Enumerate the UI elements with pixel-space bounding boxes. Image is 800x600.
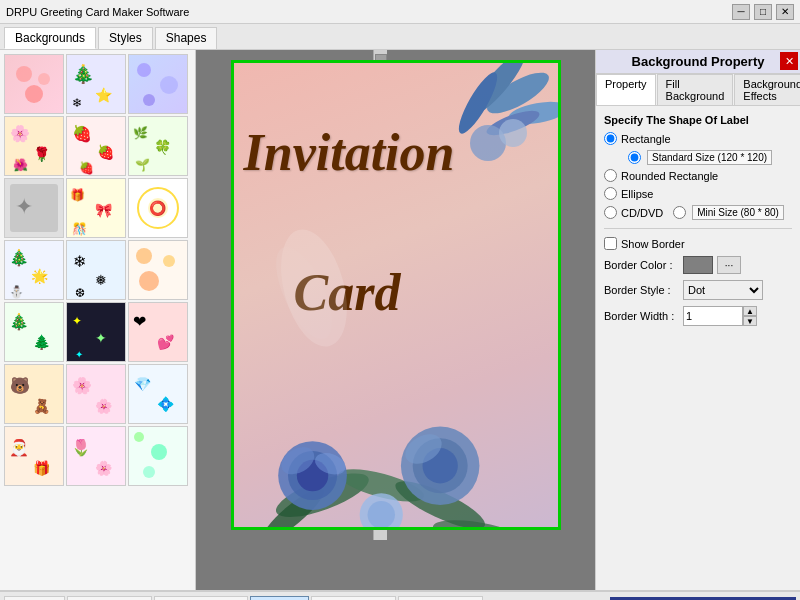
- thumb-14[interactable]: ✦✦✦: [66, 302, 126, 362]
- size-standard-row[interactable]: Standard Size (120 * 120): [628, 150, 792, 165]
- tab-backgrounds[interactable]: Backgrounds: [4, 27, 96, 49]
- thumb-6[interactable]: 🌿🍀🌱: [128, 116, 188, 176]
- titlebar-controls[interactable]: ─ □ ✕: [732, 4, 794, 20]
- tab-front[interactable]: 📄 Front: [4, 596, 65, 600]
- svg-text:🎅: 🎅: [9, 438, 29, 457]
- thumb-8[interactable]: 🎁🎀🎊: [66, 178, 126, 238]
- border-width-input[interactable]: [683, 306, 743, 326]
- svg-point-2: [25, 85, 43, 103]
- show-border-label: Show Border: [621, 238, 685, 250]
- svg-text:✦: ✦: [95, 330, 107, 346]
- svg-text:⭕: ⭕: [149, 200, 167, 217]
- radio-rounded-rect-input[interactable]: [604, 169, 617, 182]
- border-color-picker-button[interactable]: ···: [717, 256, 741, 274]
- radio-ellipse-input[interactable]: [604, 187, 617, 200]
- tab-templates[interactable]: 📋 Templates: [398, 596, 483, 600]
- show-border-checkbox[interactable]: [604, 237, 617, 250]
- thumb-15[interactable]: ❤💕: [128, 302, 188, 362]
- mini-size-row[interactable]: Mini Size (80 * 80): [673, 205, 784, 220]
- tab-properties[interactable]: ⚙ Properties: [311, 596, 396, 600]
- svg-point-33: [163, 255, 175, 267]
- thumb-17[interactable]: 🌸🌸: [66, 364, 126, 424]
- radio-rounded-rect[interactable]: Rounded Rectangle: [604, 169, 792, 182]
- svg-point-34: [139, 271, 159, 291]
- radio-rectangle-label: Rectangle: [621, 133, 671, 145]
- show-border-row[interactable]: Show Border: [604, 237, 792, 250]
- radio-cddvd-input[interactable]: [604, 206, 617, 219]
- right-panel: Background Property ✕ Property Fill Back…: [595, 50, 800, 590]
- svg-text:🎁: 🎁: [33, 460, 51, 477]
- thumb-18[interactable]: 💎💠: [128, 364, 188, 424]
- spin-down-button[interactable]: ▼: [743, 316, 757, 326]
- svg-text:🌹: 🌹: [33, 146, 51, 163]
- tab-property[interactable]: Property: [596, 74, 656, 105]
- border-color-swatch[interactable]: [683, 256, 713, 274]
- svg-text:🎁: 🎁: [70, 187, 85, 202]
- border-color-row: Border Color : ···: [604, 256, 792, 274]
- svg-text:❆: ❆: [75, 286, 85, 299]
- svg-text:🌟: 🌟: [31, 268, 49, 285]
- greeting-card[interactable]: Invitation Card: [231, 60, 561, 530]
- radio-mini-size[interactable]: [673, 206, 686, 219]
- tab-shapes[interactable]: Shapes: [155, 27, 218, 49]
- border-width-spinbox[interactable]: ▲ ▼: [683, 306, 757, 326]
- border-style-row: Border Style : Solid Dot Dash DashDot: [604, 280, 792, 300]
- radio-rectangle[interactable]: Rectangle: [604, 132, 792, 145]
- thumb-21[interactable]: [128, 426, 188, 486]
- tab-styles[interactable]: Styles: [98, 27, 153, 49]
- left-panel: 🎄⭐❄ 🌸🌹🌺 🍓🍓🍓 🌿🍀🌱 ✦ 🎁🎀🎊: [0, 50, 196, 590]
- right-panel-header-row: Background Property ✕: [596, 50, 800, 74]
- cddvd-mini-row: CD/DVD Mini Size (80 * 80): [604, 205, 792, 220]
- spin-up-button[interactable]: ▲: [743, 306, 757, 316]
- svg-text:🎀: 🎀: [95, 202, 113, 219]
- thumb-3[interactable]: [128, 54, 188, 114]
- border-style-select[interactable]: Solid Dot Dash DashDot: [683, 280, 763, 300]
- svg-point-53: [151, 444, 167, 460]
- mini-size-label: Mini Size (80 * 80): [692, 205, 784, 220]
- close-button[interactable]: ✕: [776, 4, 794, 20]
- thumb-16[interactable]: 🐻🧸: [4, 364, 64, 424]
- svg-point-8: [143, 94, 155, 106]
- thumbnail-grid: 🎄⭐❄ 🌸🌹🌺 🍓🍓🍓 🌿🍀🌱 ✦ 🎁🎀🎊: [0, 50, 195, 490]
- radio-standard-size[interactable]: [628, 151, 641, 164]
- svg-text:❤: ❤: [133, 313, 146, 330]
- tab-fill-background[interactable]: Fill Background: [657, 74, 734, 105]
- titlebar: DRPU Greeting Card Maker Software ─ □ ✕: [0, 0, 800, 24]
- svg-text:🌿: 🌿: [133, 125, 148, 140]
- panel-close-button[interactable]: ✕: [780, 52, 798, 70]
- tab-back[interactable]: 📄 Back: [250, 596, 309, 600]
- tab-inside-left[interactable]: 📄 Inside Left: [67, 596, 153, 600]
- minimize-button[interactable]: ─: [732, 4, 750, 20]
- svg-text:⭐: ⭐: [95, 87, 113, 104]
- thumb-1[interactable]: [4, 54, 64, 114]
- feather-decoration: [254, 213, 374, 363]
- custom-barcode-label: CustomBarcodeLabels.org: [610, 597, 796, 601]
- svg-text:🎄: 🎄: [9, 312, 29, 331]
- tab-inside-right[interactable]: 📄 Inside Right: [154, 596, 247, 600]
- thumb-7[interactable]: ✦: [4, 178, 64, 238]
- divider-1: [604, 228, 792, 229]
- thumb-20[interactable]: 🌷🌸: [66, 426, 126, 486]
- svg-text:💠: 💠: [157, 396, 175, 413]
- thumb-12[interactable]: [128, 240, 188, 300]
- svg-text:❄: ❄: [73, 253, 86, 270]
- thumb-19[interactable]: 🎅🎁: [4, 426, 64, 486]
- thumb-2[interactable]: 🎄⭐❄: [66, 54, 126, 114]
- radio-cddvd[interactable]: CD/DVD: [604, 206, 663, 219]
- thumb-9[interactable]: ⭕: [128, 178, 188, 238]
- thumb-5[interactable]: 🍓🍓🍓: [66, 116, 126, 176]
- top-tabbar: Backgrounds Styles Shapes: [0, 24, 800, 50]
- svg-text:✦: ✦: [75, 349, 83, 360]
- svg-point-61: [499, 119, 527, 147]
- maximize-button[interactable]: □: [754, 4, 772, 20]
- svg-point-32: [136, 248, 152, 264]
- radio-rectangle-input[interactable]: [604, 132, 617, 145]
- radio-ellipse[interactable]: Ellipse: [604, 187, 792, 200]
- svg-text:🌷: 🌷: [71, 438, 91, 457]
- thumb-10[interactable]: 🎄🌟⛄: [4, 240, 64, 300]
- thumb-4[interactable]: 🌸🌹🌺: [4, 116, 64, 176]
- thumb-11[interactable]: ❄❅❆: [66, 240, 126, 300]
- thumb-13[interactable]: 🎄🌲: [4, 302, 64, 362]
- tab-background-effects[interactable]: Background Effects: [734, 74, 800, 105]
- border-color-label: Border Color :: [604, 259, 679, 271]
